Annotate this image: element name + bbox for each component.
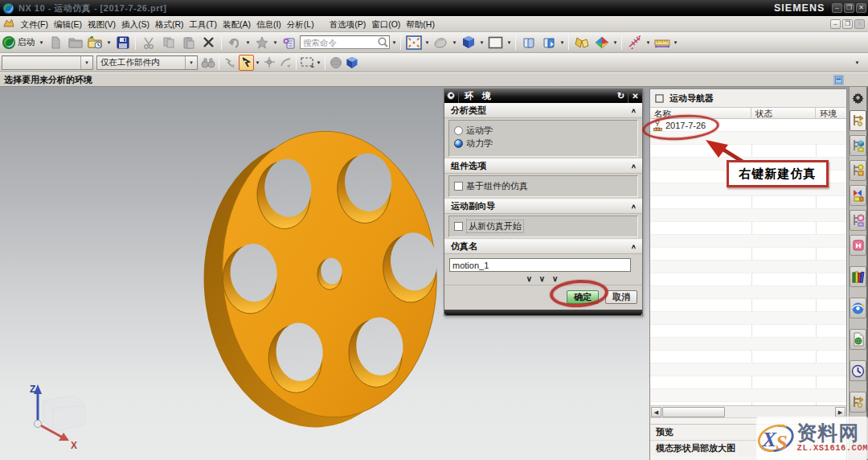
fit-view-button-dropdown-icon[interactable]: ▼ (424, 40, 431, 45)
cut-button[interactable] (140, 34, 158, 51)
copy-button[interactable] (160, 34, 178, 51)
touch-mode-button-dropdown-icon[interactable]: ▼ (272, 40, 279, 45)
undo-button-dropdown-icon[interactable]: ▼ (244, 40, 252, 45)
child-restore-button[interactable]: ❐ (842, 19, 853, 29)
history-tab[interactable] (850, 360, 866, 381)
section-joint-wizard[interactable]: 运动副向导 ∧ (444, 199, 642, 214)
minimize-button[interactable]: – (832, 3, 842, 13)
search-icon[interactable] (377, 36, 389, 48)
cue-window-icon[interactable] (833, 75, 844, 87)
menu-item-9[interactable]: 首选项(P) (327, 17, 368, 31)
collapse-chevron-icon[interactable]: ∧ (631, 162, 637, 169)
orient-view-button[interactable] (460, 34, 477, 51)
cancel-button[interactable]: 取消 (605, 290, 637, 304)
fit-view-button[interactable] (405, 34, 423, 51)
edit-object-display-button-dropdown-icon[interactable]: ▼ (612, 40, 619, 45)
touch-mode-button[interactable] (253, 34, 271, 51)
radio-kinematics[interactable]: 运动学 (454, 124, 633, 137)
immersive-show-button[interactable] (540, 34, 558, 51)
menu-item-6[interactable]: 装配(A) (220, 17, 252, 31)
menu-item-0[interactable]: 文件(F) (18, 17, 50, 31)
close-button[interactable]: ✕ (856, 3, 866, 13)
collapse-chevron-icon[interactable]: ∧ (631, 243, 637, 249)
menu-item-1[interactable]: 编辑(E) (51, 17, 84, 31)
roles-tab[interactable] (850, 392, 866, 413)
web-browser-tab[interactable] (850, 266, 866, 287)
sim-name-input[interactable] (449, 258, 631, 272)
delete-button[interactable] (200, 34, 218, 51)
toolbar-overflow-icon[interactable]: ▼ (854, 60, 861, 65)
menu-item-11[interactable]: 帮助(H) (404, 17, 437, 31)
command-finder-button[interactable] (280, 34, 298, 51)
child-minimize-button[interactable]: – (830, 19, 841, 29)
start-button[interactable]: 启动 (2, 34, 37, 51)
radio-dynamics[interactable]: 动力学 (454, 137, 633, 150)
orient-view-button-dropdown-icon[interactable]: ▼ (478, 40, 485, 45)
part-navigator-tab[interactable] (850, 185, 866, 206)
checkbox-icon[interactable] (454, 222, 463, 231)
find-button[interactable] (201, 55, 216, 71)
immersive-show-button-dropdown-icon[interactable]: ▼ (559, 40, 566, 45)
window-button[interactable] (487, 34, 505, 51)
rectangle-select-button[interactable] (300, 55, 315, 71)
menu-item-5[interactable]: 工具(T) (187, 17, 219, 31)
menu-item-8[interactable]: 分析(L) (285, 17, 316, 31)
scroll-right-icon[interactable]: ▶ (835, 407, 845, 417)
command-search-box[interactable] (300, 35, 390, 49)
reuse-library-tab[interactable] (850, 210, 866, 231)
window-button-dropdown-icon[interactable]: ▼ (506, 40, 513, 45)
radio-icon[interactable] (454, 126, 463, 135)
open-recent-button-dropdown-icon[interactable]: ▼ (105, 40, 113, 45)
new-button[interactable] (47, 34, 64, 51)
collapse-chevron-icon[interactable]: ∧ (631, 107, 637, 113)
process-studio-tab[interactable] (850, 329, 866, 350)
radio-selected-icon[interactable] (454, 139, 463, 148)
checkbox-new-simulation[interactable]: 从新仿真开始 (454, 220, 633, 232)
section-analysis-type[interactable]: 分析类型 ∧ (444, 103, 642, 118)
checkbox-component-based[interactable]: 基于组件的仿真 (454, 179, 633, 192)
hd3d-tools-tab[interactable] (850, 235, 866, 256)
section-sim-name[interactable]: 仿真名 ∧ (444, 239, 642, 254)
shaded-sphere-button[interactable] (329, 55, 344, 71)
child-close-button[interactable]: ✕ (854, 19, 865, 29)
solid-cube-button[interactable] (345, 55, 360, 71)
scroll-left-icon[interactable]: ◀ (651, 407, 661, 417)
scope-dropdown-icon[interactable]: ▼ (185, 56, 197, 69)
open-button[interactable] (67, 34, 84, 51)
scrollbar-thumb[interactable] (662, 407, 725, 417)
enable-snap-button-dropdown-icon[interactable]: ▼ (254, 60, 261, 65)
restore-button[interactable]: ❐ (844, 3, 854, 13)
selection-scope-combo[interactable]: 仅在工作部件内 ▼ (96, 55, 198, 70)
filter-dropdown-icon[interactable]: ▼ (80, 56, 92, 69)
menu-item-4[interactable]: 格式(R) (153, 17, 186, 31)
menu-item-7[interactable]: 信息(I) (254, 17, 283, 31)
motion-navigator-tab[interactable] (850, 110, 866, 131)
snap-midpoint-button[interactable] (262, 55, 277, 71)
render-style-button[interactable] (432, 34, 450, 51)
menu-item-3[interactable]: 插入(S) (119, 17, 151, 31)
assembly-navigator-tab[interactable] (850, 135, 866, 156)
menu-item-2[interactable]: 视图(V) (85, 17, 117, 31)
snap-measure-button[interactable] (626, 34, 644, 51)
show-hide-button[interactable] (520, 34, 538, 51)
snap-intersection-button[interactable] (278, 55, 293, 71)
rectangle-select-button-dropdown-icon[interactable]: ▼ (315, 60, 322, 65)
constraint-navigator-tab[interactable] (850, 160, 866, 181)
start-button-dropdown-icon[interactable]: ▼ (38, 40, 45, 45)
dialog-close-icon[interactable]: ✕ (628, 92, 642, 101)
section-component-options[interactable]: 组件选项 ∧ (444, 158, 642, 174)
wheel-model[interactable] (179, 101, 462, 438)
measure-distance-button[interactable] (653, 34, 671, 51)
move-object-button[interactable] (573, 34, 591, 51)
column-status[interactable]: 状态 (751, 108, 816, 118)
snap-point-button[interactable] (223, 55, 238, 71)
render-style-button-dropdown-icon[interactable]: ▼ (451, 40, 458, 45)
open-recent-button[interactable] (87, 34, 104, 51)
measure-distance-button-dropdown-icon[interactable]: ▼ (672, 40, 679, 45)
search-options-arrow[interactable]: ▼ (391, 40, 398, 45)
undo-button[interactable] (226, 34, 244, 51)
navigator-hscrollbar[interactable]: ◀ ▶ (650, 405, 846, 417)
column-environment[interactable]: 环境 (816, 108, 846, 118)
checkbox-icon[interactable] (454, 182, 463, 191)
dialog-reset-icon[interactable]: ↻ (614, 91, 628, 101)
